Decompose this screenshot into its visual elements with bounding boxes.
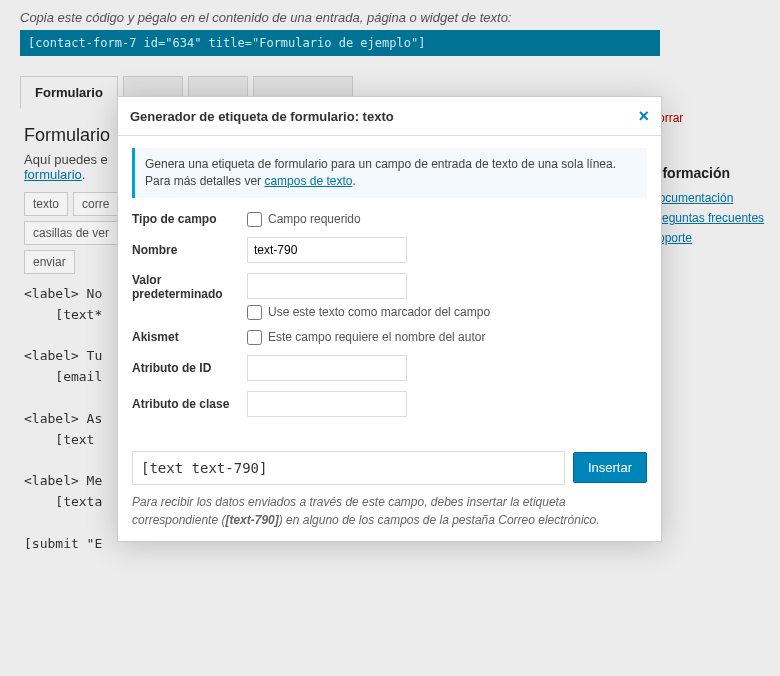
required-label: Campo requerido [268, 212, 361, 226]
akismet-checkbox[interactable] [247, 330, 262, 345]
label-class-attr: Atributo de clase [132, 397, 247, 411]
class-attr-field[interactable] [247, 391, 407, 417]
name-field[interactable] [247, 237, 407, 263]
tag-generator-modal: Generador de etiqueta de formulario: tex… [117, 96, 662, 542]
campos-de-texto-link[interactable]: campos de texto [264, 174, 352, 188]
placeholder-checkbox[interactable] [247, 305, 262, 320]
placeholder-label: Use este texto como marcador del campo [268, 305, 490, 319]
akismet-label: Este campo requiere el nombre del autor [268, 330, 485, 344]
label-id-attr: Atributo de ID [132, 361, 247, 375]
label-name: Nombre [132, 243, 247, 257]
label-default: Valor predeterminado [132, 273, 247, 301]
required-checkbox[interactable] [247, 212, 262, 227]
close-icon[interactable]: × [638, 107, 649, 125]
default-value-field[interactable] [247, 273, 407, 299]
shortcode-output[interactable] [132, 451, 565, 485]
modal-title: Generador de etiqueta de formulario: tex… [130, 109, 394, 124]
label-akismet: Akismet [132, 330, 247, 344]
id-attr-field[interactable] [247, 355, 407, 381]
label-fieldtype: Tipo de campo [132, 212, 247, 226]
footer-note: Para recibir los datos enviados a través… [132, 493, 647, 529]
insert-button[interactable]: Insertar [573, 452, 647, 483]
modal-notice: Genera una etiqueta de formulario para u… [132, 148, 647, 198]
